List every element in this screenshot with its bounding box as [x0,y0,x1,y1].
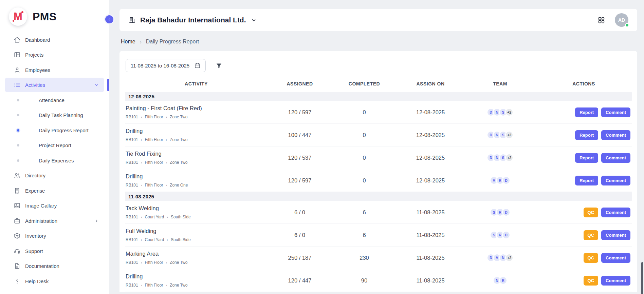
table-row: Full WeldingRB101›Court Yard›South Side6… [125,224,632,247]
comment-button[interactable]: Comment [601,176,630,185]
sidebar-item-image-gallary[interactable]: Image Gallary [5,198,104,213]
sidebar-subitem-daily-expenses[interactable]: Daily Expenses [5,153,104,168]
path-chevron-icon: › [141,283,142,287]
team-avatars: SRD [464,231,536,239]
sidebar-subitem-daily-task-planning[interactable]: Daily Task Planning [5,108,104,122]
sidebar-item-label: Employees [25,66,50,74]
comment-button[interactable]: Comment [601,130,630,140]
column-header-team: TEAM [464,81,536,86]
bullet-dot-icon [17,144,19,146]
logo-letter: M [14,11,22,23]
chevron-right-icon [94,218,99,224]
activity-name[interactable]: Drilling [126,273,268,280]
sidebar-item-help-desk[interactable]: Help Desk [5,274,104,289]
date-group-header: 11-08-2025 [125,192,632,201]
actions-cell: QCComment [536,276,632,286]
team-avatar[interactable]: D [502,176,510,184]
column-header-assign-on: ASSIGN ON [397,81,464,86]
path-chevron-icon: › [141,260,142,264]
team-extra-count[interactable]: +2 [505,154,513,162]
table-row: DrillingRB101›Fifth Floor›Zone One120 / … [125,169,632,192]
sidebar-item-projects[interactable]: Projects [5,47,104,62]
comment-button[interactable]: Comment [601,107,630,117]
comment-button[interactable]: Comment [601,208,630,217]
activity-path: RB101›Fifth Floor›Zone Two [126,283,268,288]
sidebar-subitem-attendance[interactable]: Attendance [5,93,104,107]
team-avatars: DNS+2 [464,154,536,162]
filter-icon[interactable] [215,62,223,70]
report-button[interactable]: Report [575,107,598,117]
sidebar-item-documentation[interactable]: Documentation [5,259,104,273]
image-gallery-icon [14,202,21,209]
activity-path: RB101›Court Yard›South Side [126,237,268,242]
documentation-icon [14,262,21,270]
assign-on-value: 11-08-2025 [397,209,464,216]
team-avatars: NR [464,276,536,285]
activity-cell: Painting - First Coat (Fire Red)RB101›Fi… [125,105,268,119]
sidebar-subitem-label: Daily Progress Report [39,127,89,134]
report-button[interactable]: Report [575,130,598,140]
comment-button[interactable]: Comment [601,276,630,286]
sidebar-subitem-label: Project Report [39,142,71,149]
assigned-value: 120 / 447 [268,277,332,284]
team-extra-count[interactable]: +2 [505,108,513,116]
activity-cell: DrillingRB101›Fifth Floor›Zone Two [125,273,268,288]
activity-name[interactable]: Drilling [126,173,268,180]
sidebar-item-inventory[interactable]: Inventory [5,229,104,243]
activity-name[interactable]: Tie Rod Fixing [126,151,268,157]
activities-icon [14,81,21,89]
assigned-value: 120 / 597 [268,177,332,184]
support-icon [14,248,21,255]
sidebar-subitem-label: Daily Expenses [39,157,74,164]
table-row: Painting - First Coat (Fire Red)RB101›Fi… [125,101,632,124]
sidebar-subitem-project-report[interactable]: Project Report [5,138,104,153]
help-icon [14,278,21,285]
sidebar-item-directory[interactable]: Directory [5,168,104,183]
path-segment: Zone Two [170,283,187,288]
qc-button[interactable]: QC [584,208,599,217]
report-button[interactable]: Report [575,153,598,163]
actions-cell: QCComment [536,230,632,240]
sidebar-item-employees[interactable]: Employees [5,63,104,77]
vertical-scrollbar[interactable] [641,262,643,294]
sidebar-item-support[interactable]: Support [5,244,104,258]
qc-button[interactable]: QC [584,230,599,240]
team-avatar[interactable]: D [502,208,510,216]
completed-value: 0 [332,132,397,138]
team-extra-count[interactable]: +2 [505,254,513,262]
sidebar-item-administration[interactable]: Administration [5,214,104,228]
team-avatar[interactable]: R [499,276,507,285]
team-extra-count[interactable]: +2 [505,131,513,139]
comment-button[interactable]: Comment [601,153,630,163]
sidebar-item-expense[interactable]: Expense [5,183,104,198]
activity-name[interactable]: Tack Welding [126,205,268,212]
path-chevron-icon: › [166,138,167,142]
column-header-assigned: ASSIGNED [268,81,332,86]
activity-name[interactable]: Drilling [126,128,268,134]
sidebar-item-dashboard[interactable]: Dashboard [5,33,104,47]
table-row: Tack WeldingRB101›Court Yard›South Side6… [125,201,632,224]
path-segment: Fifth Floor [145,260,163,265]
activity-name[interactable]: Full Welding [126,228,268,234]
breadcrumb-home[interactable]: Home [121,39,135,45]
comment-button[interactable]: Comment [601,230,630,240]
team-avatar[interactable]: D [502,231,510,239]
activity-name[interactable]: Painting - First Coat (Fire Red) [126,105,268,112]
user-avatar[interactable]: AD [615,13,628,27]
activity-name[interactable]: Marking Area [126,251,268,257]
report-button[interactable]: Report [575,176,598,185]
comment-button[interactable]: Comment [601,253,630,263]
path-segment: Fifth Floor [145,283,163,288]
qc-button[interactable]: QC [584,253,599,263]
sidebar-subitem-daily-progress-report[interactable]: Daily Progress Report [5,123,104,138]
sidebar-item-activities[interactable]: Activities [5,78,104,92]
path-segment: RB101 [126,260,138,265]
sidebar-collapse-button[interactable] [104,14,114,24]
bullet-dot-icon [17,114,19,116]
path-chevron-icon: › [141,115,142,119]
qc-button[interactable]: QC [584,276,599,286]
date-range-input[interactable]: 11-08-2025 to 16-08-2025 [126,59,206,72]
company-selector[interactable]: Raja Bahadur International Ltd. [128,16,257,24]
apps-grid-icon[interactable] [597,16,605,24]
table-row: Marking AreaRB101›Fifth Floor›Zone Two25… [125,247,632,269]
